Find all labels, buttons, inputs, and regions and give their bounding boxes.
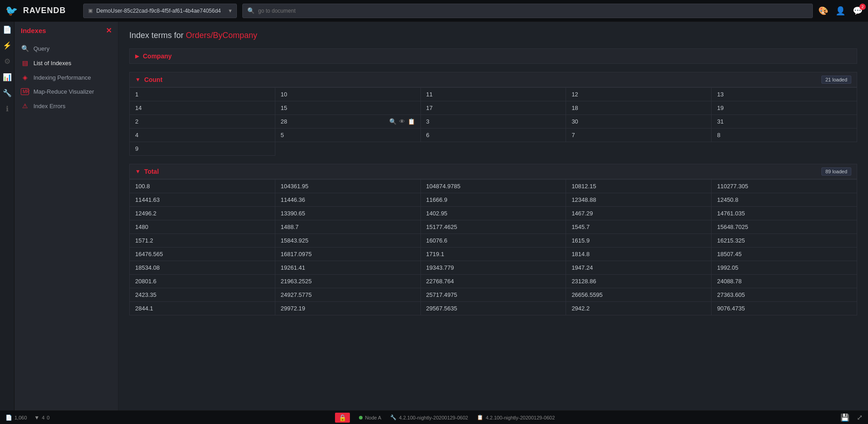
term-cell[interactable]: 16076.6	[421, 234, 566, 248]
term-cell[interactable]: 26656.5595	[566, 288, 712, 302]
term-cell[interactable]: 1947.24	[566, 261, 712, 275]
term-cell[interactable]: 1545.7	[566, 220, 712, 234]
term-cell[interactable]: 7	[566, 129, 712, 142]
term-cell[interactable]: 10812.15	[566, 180, 712, 193]
term-cell[interactable]: 13	[712, 88, 857, 101]
term-cell[interactable]: 16215.325	[712, 234, 857, 248]
term-cell[interactable]: 11446.36	[275, 193, 421, 207]
cell-action-icon[interactable]: 🔍	[389, 118, 396, 125]
term-cell[interactable]: 1615.9	[566, 234, 712, 248]
term-cell[interactable]: 23128.86	[566, 275, 712, 288]
sidebar-icon-tasks[interactable]: ⚙	[4, 57, 10, 66]
term-value: 110277.305	[717, 183, 748, 190]
sidebar-icon-stats[interactable]: 📊	[3, 73, 12, 81]
term-cell[interactable]: 19261.41	[275, 261, 421, 275]
term-cell[interactable]: 25717.4975	[421, 288, 566, 302]
term-cell[interactable]: 1719.1	[421, 248, 566, 261]
sidebar-close-button[interactable]: ✕	[106, 26, 112, 35]
term-cell[interactable]: 9076.4735	[712, 302, 857, 315]
term-cell[interactable]: 12496.2	[130, 207, 275, 220]
term-cell[interactable]: 4	[130, 129, 275, 142]
term-cell[interactable]: 104361.95	[275, 180, 421, 193]
term-cell[interactable]: 19	[712, 101, 857, 115]
term-cell[interactable]: 30	[566, 115, 712, 129]
term-cell[interactable]: 29567.5635	[421, 302, 566, 315]
term-cell[interactable]: 13390.65	[275, 207, 421, 220]
term-cell[interactable]: 1	[130, 88, 275, 101]
filter-count-value: 4	[42, 415, 44, 420]
term-cell[interactable]: 14761.035	[712, 207, 857, 220]
sidebar-item-query[interactable]: 🔍 Query	[14, 41, 118, 56]
term-cell[interactable]: 15648.7025	[712, 220, 857, 234]
term-cell[interactable]: 100.8	[130, 180, 275, 193]
term-cell[interactable]: 24927.5775	[275, 288, 421, 302]
term-cell[interactable]: 27363.605	[712, 288, 857, 302]
notification-icon[interactable]: 💬 2	[853, 6, 863, 16]
term-cell[interactable]: 16476.565	[130, 248, 275, 261]
term-cell[interactable]: 29972.19	[275, 302, 421, 315]
term-cell[interactable]: 2844.1	[130, 302, 275, 315]
term-cell[interactable]: 14	[130, 101, 275, 115]
term-cell[interactable]: 21963.2525	[275, 275, 421, 288]
term-cell[interactable]: 19343.779	[421, 261, 566, 275]
term-cell[interactable]: 18507.45	[712, 248, 857, 261]
expand-bottom-icon[interactable]: ⤢	[857, 413, 863, 422]
term-cell[interactable]: 1814.8	[566, 248, 712, 261]
term-cell[interactable]: 15843.925	[275, 234, 421, 248]
term-cell[interactable]: 10	[275, 88, 421, 101]
sidebar-icon-info[interactable]: ℹ	[6, 105, 9, 113]
user-icon[interactable]: 👤	[835, 6, 845, 16]
cell-action-icon[interactable]: 📋	[408, 118, 415, 125]
term-cell[interactable]: 3	[421, 115, 566, 129]
body-wrap: 📄 ⚡ ⚙ 📊 🔧 ℹ Indexes ✕ 🔍 Query ▤ List of …	[0, 22, 868, 410]
term-cell[interactable]: 104874.9785	[421, 180, 566, 193]
cell-action-icon[interactable]: 👁	[399, 118, 405, 125]
save-bottom-icon[interactable]: 💾	[840, 413, 849, 422]
term-cell[interactable]: 1488.7	[275, 220, 421, 234]
term-cell[interactable]: 24088.78	[712, 275, 857, 288]
term-cell[interactable]: 1402.95	[421, 207, 566, 220]
palette-icon[interactable]: 🎨	[818, 6, 828, 16]
term-cell[interactable]: 2942.2	[566, 302, 712, 315]
term-cell[interactable]: 18	[566, 101, 712, 115]
term-cell[interactable]: 5	[275, 129, 421, 142]
sidebar-icon-settings[interactable]: 🔧	[3, 89, 12, 97]
lock-button[interactable]: 🔒	[335, 413, 350, 423]
term-cell[interactable]: 12348.88	[566, 193, 712, 207]
sidebar-icon-documents[interactable]: 📄	[3, 25, 12, 34]
term-cell[interactable]: 20801.6	[130, 275, 275, 288]
term-cell[interactable]: 1467.29	[566, 207, 712, 220]
term-cell[interactable]: 8	[712, 129, 857, 142]
search-input[interactable]	[258, 8, 808, 14]
term-cell[interactable]: 11	[421, 88, 566, 101]
sidebar-item-list-of-indexes[interactable]: ▤ List of Indexes	[14, 56, 118, 70]
sidebar-item-map-reduce[interactable]: MR Map-Reduce Visualizer	[14, 85, 118, 99]
term-cell[interactable]: 28🔍👁📋	[275, 115, 421, 129]
term-cell[interactable]: 11666.9	[421, 193, 566, 207]
sidebar-item-indexing-performance[interactable]: ◈ Indexing Performance	[14, 70, 118, 85]
term-cell[interactable]: 18534.08	[130, 261, 275, 275]
term-cell[interactable]: 31	[712, 115, 857, 129]
total-section-header[interactable]: ▼ Total 89 loaded	[129, 164, 857, 179]
term-cell[interactable]: 12450.8	[712, 193, 857, 207]
term-cell[interactable]: 11441.63	[130, 193, 275, 207]
company-section-header[interactable]: ▶ Company	[129, 48, 857, 64]
term-cell[interactable]: 2423.35	[130, 288, 275, 302]
term-cell[interactable]: 15	[275, 101, 421, 115]
term-cell[interactable]: 6	[421, 129, 566, 142]
term-cell[interactable]: 2	[130, 115, 275, 129]
sidebar-item-index-errors[interactable]: ⚠ Index Errors	[14, 99, 118, 113]
term-cell[interactable]: 17	[421, 101, 566, 115]
term-cell[interactable]: 9	[130, 142, 275, 156]
term-cell[interactable]: 12	[566, 88, 712, 101]
term-cell[interactable]: 22768.764	[421, 275, 566, 288]
count-section-header[interactable]: ▼ Count 21 loaded	[129, 72, 857, 87]
term-cell[interactable]: 1480	[130, 220, 275, 234]
sidebar-icon-indexes[interactable]: ⚡	[3, 41, 12, 50]
term-cell[interactable]: 15177.4625	[421, 220, 566, 234]
term-cell[interactable]: 16817.0975	[275, 248, 421, 261]
db-selector[interactable]: ▣ DemoUser-85c22cad-f9c8-4f5f-af61-4b4ae…	[83, 4, 237, 18]
term-cell[interactable]: 1992.05	[712, 261, 857, 275]
term-cell[interactable]: 110277.305	[712, 180, 857, 193]
term-cell[interactable]: 1571.2	[130, 234, 275, 248]
